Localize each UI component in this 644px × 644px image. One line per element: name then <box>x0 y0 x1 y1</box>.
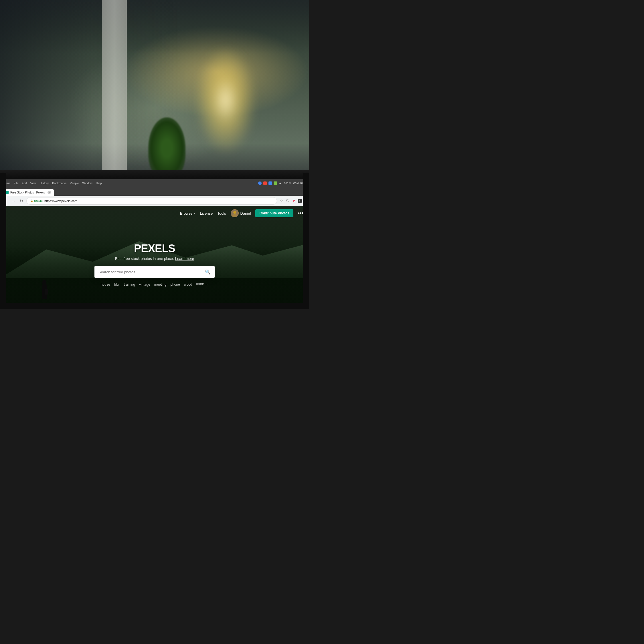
suggestion-blur[interactable]: blur <box>114 282 120 287</box>
bg-light-burst <box>195 46 256 155</box>
browser-icons-right: ☆ 🛡 P a ✕ <box>279 198 307 204</box>
laptop-frame-right <box>303 173 309 309</box>
system-icons: ▲ 100 % Wed 16:15 <box>258 181 307 185</box>
pexels-hero-content: PEXELS Best free stock photos in one pla… <box>0 220 309 309</box>
url-display: https://www.pexels.com <box>44 199 77 203</box>
chrome-menu-items: hrome File Edit View History Bookmarks P… <box>2 182 102 185</box>
learn-more-link[interactable]: Learn more <box>175 256 194 261</box>
tagline-text: Best free stock photos in one place. <box>115 256 174 261</box>
laptop-frame-left <box>0 173 6 309</box>
suggestion-house[interactable]: house <box>101 282 110 287</box>
license-button[interactable]: License <box>200 211 213 216</box>
bookmark-icon[interactable]: ☆ <box>279 198 284 204</box>
contribute-photos-button[interactable]: Contribute Photos <box>255 209 293 217</box>
more-options-button[interactable]: ••• <box>298 210 303 216</box>
pexels-navbar: Browse ▾ License Tools Daniel Contri <box>0 206 309 220</box>
gmail-icon <box>258 181 262 185</box>
ext-icon-1[interactable]: a <box>298 199 302 203</box>
pinterest-icon[interactable]: P <box>291 198 297 204</box>
forward-button[interactable]: → <box>10 198 17 204</box>
suggestion-phone[interactable]: phone <box>170 282 180 287</box>
user-name: Daniel <box>240 211 251 216</box>
menu-item-bookmarks[interactable]: Bookmarks <box>52 182 66 185</box>
browse-label: Browse <box>180 211 192 216</box>
menu-item-help[interactable]: Help <box>96 182 102 185</box>
secure-label: Secure <box>34 199 43 202</box>
search-bar[interactable]: 🔍 <box>94 266 215 278</box>
menu-item-history[interactable]: History <box>40 182 49 185</box>
search-suggestions: house blur training vintage meeting phon… <box>101 282 208 287</box>
wifi-icon: ▲ <box>279 181 282 185</box>
menu-item-view[interactable]: View <box>30 182 37 185</box>
tab-title: Free Stock Photos · Pexels <box>10 191 46 194</box>
app-icon-1 <box>274 181 277 185</box>
address-field[interactable]: 🔒 Secure https://www.pexels.com <box>26 197 277 205</box>
search-icon[interactable]: 🔍 <box>205 269 211 275</box>
menu-item-window[interactable]: Window <box>82 182 93 185</box>
pexels-nav-right: Browse ▾ License Tools Daniel Contri <box>180 209 303 217</box>
pexels-site: Browse ▾ License Tools Daniel Contri <box>0 206 309 309</box>
laptop-bezel-top <box>0 170 309 179</box>
chrome-titlebar: hrome File Edit View History Bookmarks P… <box>0 179 309 187</box>
svg-point-2 <box>232 214 237 217</box>
user-section: Daniel <box>231 209 251 217</box>
suggestion-wood[interactable]: wood <box>184 282 192 287</box>
bg-column <box>102 0 127 185</box>
suggestion-vintage[interactable]: vintage <box>139 282 150 287</box>
chevron-down-icon: ▾ <box>194 212 195 215</box>
address-bar-row: ← → ↻ 🔒 Secure https://www.pexels.com ☆ … <box>0 196 309 206</box>
pexels-tagline: Best free stock photos in one place. Lea… <box>115 256 194 261</box>
menu-item-people[interactable]: People <box>70 182 79 185</box>
active-tab[interactable]: Free Stock Photos · Pexels × <box>2 189 54 196</box>
browse-button[interactable]: Browse ▾ <box>180 211 195 216</box>
menu-item-edit[interactable]: Edit <box>22 182 27 185</box>
suggestion-training[interactable]: training <box>124 282 135 287</box>
tools-button[interactable]: Tools <box>217 211 226 216</box>
laptop-frame-bottom <box>0 303 309 309</box>
tab-bar: Free Stock Photos · Pexels × <box>0 187 309 196</box>
shield-icon[interactable]: 🛡 <box>285 198 290 204</box>
user-avatar[interactable] <box>231 209 239 217</box>
search-input[interactable] <box>98 270 202 274</box>
lock-icon: 🔒 <box>30 199 33 202</box>
calendar-icon <box>268 181 272 185</box>
suggestion-meeting[interactable]: meeting <box>154 282 167 287</box>
google-drive-icon <box>263 181 267 185</box>
menu-item-file[interactable]: File <box>14 182 18 185</box>
more-suggestions-link[interactable]: more → <box>196 282 208 287</box>
browser-window: hrome File Edit View History Bookmarks P… <box>0 179 309 309</box>
tab-close-button[interactable]: × <box>48 191 51 194</box>
secure-badge: 🔒 Secure <box>30 199 43 202</box>
battery-percentage: 100 % <box>284 182 291 185</box>
pexels-logo: PEXELS <box>134 242 175 255</box>
svg-point-1 <box>233 211 236 214</box>
refresh-button[interactable]: ↻ <box>18 198 25 204</box>
